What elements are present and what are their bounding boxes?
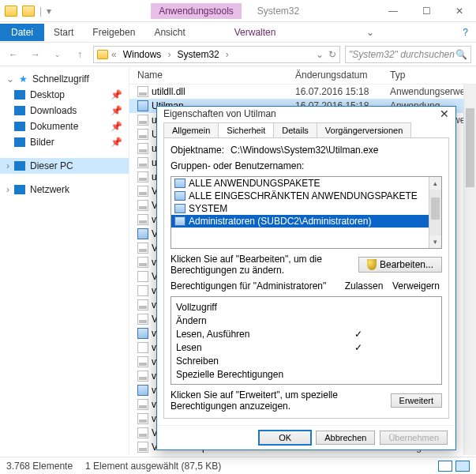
- pc-icon: [14, 161, 25, 171]
- sidebar-label: Dokumente: [30, 121, 78, 132]
- address-folder-icon: [97, 50, 108, 59]
- recent-dropdown-icon[interactable]: ⌄: [49, 46, 66, 63]
- deny-header: Verweigern: [390, 280, 442, 292]
- status-bar: 3.768 Elemente 1 Element ausgewählt (87,…: [0, 457, 476, 474]
- sidebar-quickaccess[interactable]: ⌄ ★ Schnellzugriff: [0, 71, 129, 87]
- forward-button[interactable]: →: [27, 46, 44, 63]
- view-details-icon[interactable]: [455, 461, 470, 472]
- file-icon: [137, 129, 148, 140]
- network-icon: [14, 185, 25, 194]
- sidebar-item-documents[interactable]: Dokumente📌: [0, 118, 129, 134]
- dialog-title: Eigenschaften von Utilman: [163, 108, 276, 119]
- column-date[interactable]: Änderungsdatum: [295, 70, 390, 81]
- status-selection: 1 Element ausgewählt (87,5 KB): [85, 461, 221, 472]
- tab-general[interactable]: Allgemein: [163, 122, 219, 137]
- permission-name: Schreiben: [176, 356, 332, 367]
- dialog-titlebar[interactable]: Eigenschaften von Utilman ✕: [157, 107, 455, 121]
- sidebar-label: Desktop: [30, 89, 65, 100]
- cancel-button[interactable]: Abbrechen: [316, 431, 375, 445]
- file-name: utildll.dll: [152, 86, 186, 97]
- chevron-right-icon[interactable]: ›: [166, 49, 172, 60]
- allow-check: ✓: [332, 329, 384, 340]
- permission-row: Vollzugriff: [176, 300, 437, 314]
- maximize-button[interactable]: ☐: [410, 0, 443, 22]
- qat-dropdown-icon[interactable]: ▾: [47, 6, 51, 17]
- scrollbar[interactable]: [463, 85, 476, 455]
- help-icon[interactable]: ?: [455, 24, 476, 41]
- view-tiles-icon[interactable]: [438, 461, 452, 472]
- pin-icon: 📌: [111, 137, 122, 148]
- chevron-right-icon[interactable]: ›: [224, 49, 231, 60]
- sidebar-item-pictures[interactable]: Bilder📌: [0, 134, 129, 150]
- group-item[interactable]: SYSTEM: [171, 202, 429, 215]
- column-name[interactable]: Name: [129, 70, 295, 81]
- permission-row: Schreiben: [176, 354, 437, 367]
- qat-folder-icon[interactable]: [22, 6, 35, 17]
- scroll-down-icon[interactable]: ▾: [429, 235, 441, 248]
- group-item[interactable]: Administratoren (SUBDC2\Administratoren): [171, 215, 429, 228]
- breadcrumb-seg[interactable]: Windows: [120, 49, 165, 60]
- address-dropdown-icon[interactable]: ⌄: [316, 49, 324, 60]
- file-tab[interactable]: Datei: [0, 24, 44, 41]
- file-icon: [137, 356, 148, 367]
- dialog-footer: OK Abbrechen Übernehmen: [157, 425, 455, 450]
- permission-row: Lesen✓: [176, 340, 437, 354]
- back-button[interactable]: ←: [5, 46, 22, 63]
- tab-view[interactable]: Ansicht: [144, 24, 194, 41]
- scrollbar-thumb[interactable]: [466, 108, 474, 187]
- table-row[interactable]: utildll.dll16.07.2016 15:18Anwendungserw…: [129, 85, 476, 99]
- scroll-up-icon[interactable]: ▴: [429, 177, 441, 190]
- group-item[interactable]: ALLE ANWENDUNGSPAKETE: [171, 177, 429, 190]
- file-icon: [137, 399, 148, 410]
- tab-manage[interactable]: Verwalten: [225, 24, 286, 41]
- apply-button[interactable]: Übernehmen: [380, 431, 448, 445]
- address-bar[interactable]: « Windows › System32 › ⌄ ↻: [93, 46, 340, 63]
- scrollbar[interactable]: ▴ ▾: [429, 177, 441, 248]
- sidebar-item-downloads[interactable]: Downloads📌: [0, 103, 129, 118]
- sidebar-label: Netzwerk: [30, 184, 69, 195]
- objectname-label: Objektname:: [171, 145, 224, 156]
- sidebar-item-desktop[interactable]: Desktop📌: [0, 87, 129, 103]
- file-icon: [137, 143, 148, 154]
- file-icon: [137, 371, 148, 382]
- refresh-icon[interactable]: ↻: [328, 49, 336, 60]
- close-button[interactable]: ✕: [443, 0, 476, 22]
- tab-start[interactable]: Start: [44, 24, 83, 41]
- tab-previous-versions[interactable]: Vorgängerversionen: [317, 122, 411, 137]
- dialog-body: Objektname: C:\Windows\System32\Utilman.…: [163, 137, 449, 419]
- file-icon: [137, 157, 148, 168]
- pin-icon: 📌: [111, 121, 122, 132]
- allow-check: ✓: [332, 342, 384, 353]
- chevron-right-icon[interactable]: «: [110, 49, 118, 60]
- file-icon: [137, 257, 148, 268]
- advanced-button[interactable]: Erweitert: [391, 393, 442, 408]
- file-icon: [137, 299, 148, 310]
- groups-listbox[interactable]: ALLE ANWENDUNGSPAKETEALLE EINGESCHRÄNKTE…: [171, 176, 442, 249]
- file-icon: [137, 115, 148, 126]
- dialog-close-button[interactable]: ✕: [440, 107, 449, 120]
- file-icon: [137, 385, 148, 396]
- permission-row: Ändern: [176, 314, 437, 327]
- tab-security[interactable]: Sicherheit: [218, 122, 274, 137]
- file-icon: [137, 171, 148, 182]
- group-name: ALLE EINGESCHRÄNKTEN ANWENDUNGSPAKETE: [189, 190, 418, 201]
- column-type[interactable]: Typ: [390, 70, 476, 81]
- group-name: Administratoren (SUBDC2\Administratoren): [189, 216, 371, 227]
- sidebar-item-thispc[interactable]: ›Dieser PC: [0, 158, 129, 174]
- scrollbar-thumb[interactable]: [431, 198, 440, 220]
- group-item[interactable]: ALLE EINGESCHRÄNKTEN ANWENDUNGSPAKETE: [171, 190, 429, 202]
- sidebar-item-network[interactable]: ›Netzwerk: [0, 182, 129, 198]
- status-count: 3.768 Elemente: [6, 461, 73, 472]
- group-icon: [174, 179, 186, 188]
- up-button[interactable]: ↑: [71, 46, 88, 63]
- breadcrumb-seg[interactable]: System32: [174, 49, 222, 60]
- search-placeholder: "System32" durchsuchen: [349, 49, 455, 60]
- tab-details[interactable]: Details: [273, 122, 317, 137]
- search-input[interactable]: "System32" durchsuchen 🔍: [345, 46, 471, 63]
- tab-share[interactable]: Freigeben: [83, 24, 144, 41]
- ribbon-expand-icon[interactable]: ⌄: [358, 24, 382, 41]
- ok-button[interactable]: OK: [259, 431, 311, 445]
- edit-button[interactable]: Bearbeiten...: [358, 257, 442, 273]
- minimize-button[interactable]: —: [377, 0, 410, 22]
- file-icon: [137, 200, 148, 211]
